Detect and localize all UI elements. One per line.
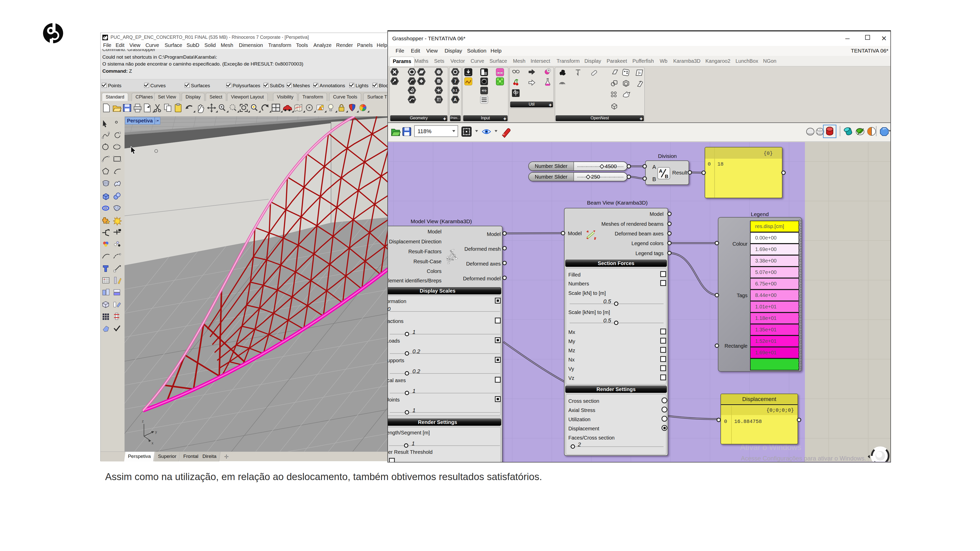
svg-text:118%: 118% [417,128,431,135]
svg-text:fx: fx [638,71,641,75]
svg-text:y: y [155,430,157,434]
svg-text:x: x [151,441,153,445]
svg-text:5: 5 [484,89,486,93]
svg-text:A: A [453,97,457,102]
svg-text:7: 7 [454,79,457,84]
svg-text:0.1: 0.1 [453,89,457,92]
svg-text:z: z [142,419,144,423]
